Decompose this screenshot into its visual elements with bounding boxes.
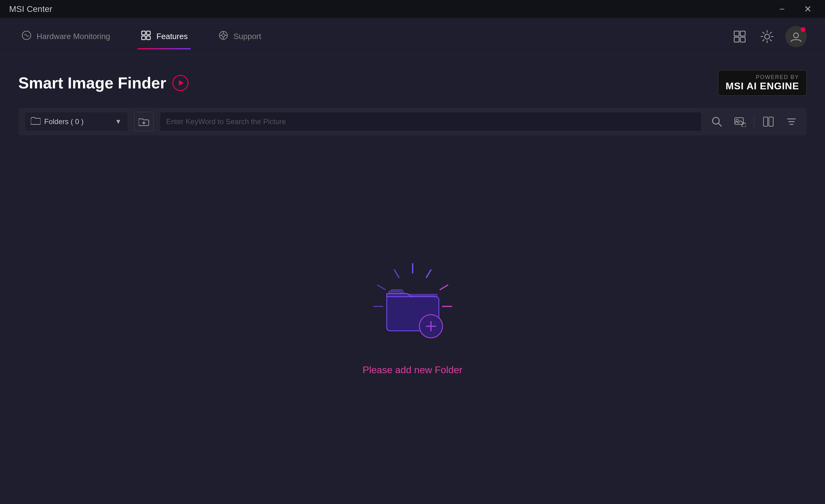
svg-rect-13	[734, 37, 739, 42]
add-folder-button[interactable]	[134, 112, 154, 131]
empty-state: Please add new Folder	[18, 148, 807, 489]
tab-features[interactable]: Features	[138, 24, 191, 49]
main-window: Hardware Monitoring Features	[0, 18, 825, 504]
notification-dot	[801, 27, 806, 32]
minimize-button[interactable]: −	[774, 1, 790, 17]
powered-by-label: POWERED BY	[726, 74, 799, 80]
page-header: Smart Image Finder POWERED BY MSI AI ENG…	[18, 70, 807, 96]
title-bar-left: MSI Center	[9, 4, 53, 14]
svg-rect-28	[769, 117, 773, 126]
folder-selector[interactable]: Folders ( 0 ) ▼	[24, 112, 128, 131]
svg-rect-3	[142, 36, 145, 40]
support-icon	[218, 30, 229, 43]
folder-selector-icon	[31, 117, 41, 127]
svg-line-35	[440, 285, 448, 290]
nav-tabs: Hardware Monitoring Features	[18, 24, 731, 49]
toolbar-right-buttons	[708, 113, 801, 131]
search-input[interactable]	[166, 118, 695, 126]
page-title: Smart Image Finder	[18, 74, 166, 92]
folder-selector-label: Folders ( 0 )	[44, 118, 111, 126]
svg-marker-18	[179, 80, 184, 86]
svg-line-33	[394, 270, 399, 278]
svg-rect-1	[142, 31, 145, 35]
tab-support[interactable]: Support	[215, 24, 264, 49]
tab-hardware-monitoring-label: Hardware Monitoring	[36, 32, 110, 41]
search-bar[interactable]	[160, 112, 701, 131]
folder-dropdown-arrow-icon: ▼	[115, 118, 122, 126]
nav-bar: Hardware Monitoring Features	[0, 18, 825, 55]
nav-actions	[731, 26, 807, 47]
page-title-group: Smart Image Finder	[18, 74, 189, 92]
svg-rect-27	[763, 117, 768, 126]
empty-state-message: Please add new Folder	[363, 364, 462, 376]
svg-rect-4	[147, 36, 150, 40]
ai-engine-name: MSI AI ENGINE	[726, 80, 799, 92]
svg-point-25	[742, 123, 746, 127]
svg-rect-11	[734, 31, 739, 36]
close-button[interactable]: ✕	[800, 1, 816, 17]
search-button[interactable]	[708, 113, 726, 131]
title-bar-controls: − ✕	[774, 1, 816, 17]
split-view-button[interactable]	[759, 113, 777, 131]
svg-point-16	[794, 33, 799, 38]
svg-line-26	[745, 127, 746, 127]
profile-button[interactable]	[785, 26, 807, 47]
svg-point-15	[765, 34, 769, 39]
folder-illustration	[367, 261, 458, 352]
svg-rect-14	[740, 37, 745, 42]
svg-line-22	[718, 123, 722, 126]
content-area: Smart Image Finder POWERED BY MSI AI ENG…	[0, 55, 825, 504]
svg-rect-12	[740, 31, 745, 36]
filter-button[interactable]	[782, 113, 801, 131]
tab-hardware-monitoring[interactable]: Hardware Monitoring	[18, 24, 113, 49]
svg-line-34	[426, 270, 431, 278]
svg-point-6	[222, 34, 225, 37]
grid-view-button[interactable]	[731, 27, 749, 46]
toolbar-divider	[754, 116, 754, 128]
hardware-monitoring-icon	[21, 30, 32, 43]
features-icon	[141, 30, 151, 43]
app-title: MSI Center	[9, 4, 53, 14]
toolbar: Folders ( 0 ) ▼	[18, 108, 807, 135]
image-search-button[interactable]	[731, 113, 749, 131]
tab-support-label: Support	[233, 32, 261, 41]
title-bar: MSI Center − ✕	[0, 0, 825, 18]
svg-rect-2	[147, 31, 150, 35]
play-button[interactable]	[172, 75, 189, 91]
ai-engine-badge: POWERED BY MSI AI ENGINE	[718, 70, 807, 96]
svg-line-36	[378, 285, 385, 290]
settings-button[interactable]	[758, 27, 776, 46]
tab-features-label: Features	[156, 32, 188, 41]
